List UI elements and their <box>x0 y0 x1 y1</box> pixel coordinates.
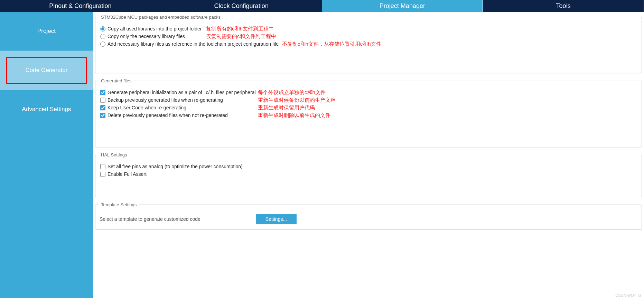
label-delete-previous: Delete previously generated files when n… <box>108 112 228 118</box>
label-reference: Add necessary library files as reference… <box>108 41 279 47</box>
annotation: 复制所有的c和h文件到工程中 <box>206 26 274 32</box>
template-settings-group: Template Settings Select a template to g… <box>95 202 642 230</box>
label-copy-necessary: Copy only the necessary library files <box>108 34 185 39</box>
annotation: 仅复制需要的c和文件到工程中 <box>206 33 276 40</box>
tab-pinout[interactable]: Pinout & Configuration <box>0 0 161 12</box>
tab-project-manager[interactable]: Project Manager <box>322 0 483 12</box>
tab-tools[interactable]: Tools <box>483 0 644 12</box>
hal-legend: HAL Settings <box>99 152 129 157</box>
template-legend: Template Settings <box>99 202 139 207</box>
radio-copy-necessary[interactable] <box>100 34 105 39</box>
sidebar: Project Code Generator Advanced Settings <box>0 12 93 298</box>
label-pair-files: Generate peripheral initialization as a … <box>108 90 256 95</box>
check-full-assert[interactable] <box>100 172 105 177</box>
tab-clock[interactable]: Clock Configuration <box>161 0 322 12</box>
sidebar-item-code-generator[interactable]: Code Generator <box>0 51 93 90</box>
packages-group: STM32Cube MCU packages and embedded soft… <box>95 15 642 73</box>
annotation: 不复制c和h文件，从存储位置引用c和h文件 <box>282 41 381 47</box>
label-keep-user-code: Keep User Code when re-generating <box>108 105 186 110</box>
label-full-assert: Enable Full Assert <box>108 171 147 177</box>
check-pair-files[interactable] <box>100 90 105 95</box>
packages-legend: STM32Cube MCU packages and embedded soft… <box>99 15 223 20</box>
sidebar-item-advanced-settings[interactable]: Advanced Settings <box>0 90 93 129</box>
sidebar-item-project[interactable]: Project <box>0 12 93 51</box>
label-backup: Backup previously generated files when r… <box>108 97 223 103</box>
annotation: 每个外设成立单独的c和h文件 <box>258 89 326 96</box>
label-copy-all: Copy all used libraries into the project… <box>108 26 202 31</box>
label-free-pins-analog: Set all free pins as analog (to optimize… <box>108 164 243 169</box>
content-panel: STM32Cube MCU packages and embedded soft… <box>93 12 644 298</box>
annotation: 重新生成时候备份以前的生产文档 <box>258 97 336 103</box>
settings-button[interactable]: Settings... <box>256 214 297 224</box>
generated-files-group: Generated files Generate peripheral init… <box>95 78 642 147</box>
check-backup[interactable] <box>100 98 105 103</box>
template-description: Select a template to generate customized… <box>100 216 200 222</box>
radio-reference[interactable] <box>100 42 105 47</box>
radio-copy-all[interactable] <box>100 26 105 31</box>
check-keep-user-code[interactable] <box>100 105 105 110</box>
watermark: CSDN @Dir_xr <box>615 293 641 297</box>
annotation: 重新生成时保留用户代码 <box>258 105 315 111</box>
annotation: 重新生成时删除以前生成的文件 <box>258 112 330 119</box>
check-delete-previous[interactable] <box>100 113 105 118</box>
generated-legend: Generated files <box>99 78 133 83</box>
hal-settings-group: HAL Settings Set all free pins as analog… <box>95 152 642 197</box>
check-free-pins-analog[interactable] <box>100 164 105 169</box>
